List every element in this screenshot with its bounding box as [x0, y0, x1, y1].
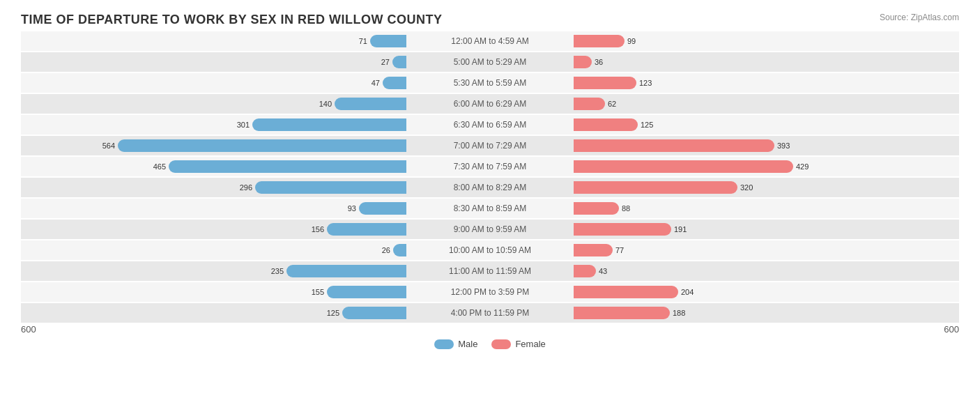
chart-row: 5643937:00 AM to 7:29 AM: [21, 136, 959, 155]
male-bar: [359, 202, 406, 215]
female-value: 429: [796, 160, 809, 173]
chart-row: 471235:30 AM to 5:59 AM: [21, 73, 959, 93]
male-value: 47: [372, 77, 380, 89]
source-label: Source: ZipAtlas.com: [880, 13, 959, 22]
male-value: 140: [319, 98, 332, 110]
female-value: 188: [673, 307, 685, 319]
female-bar: [574, 223, 671, 236]
male-value: 564: [102, 139, 115, 152]
chart-row: 2354311:00 AM to 11:59 AM: [21, 261, 959, 281]
male-value: 125: [327, 307, 339, 319]
male-bar: [335, 98, 406, 110]
time-label: 5:00 AM to 5:29 AM: [454, 57, 527, 67]
male-value: 296: [240, 181, 252, 194]
time-label: 4:00 PM to 11:59 PM: [451, 308, 530, 318]
female-bar: [574, 286, 678, 298]
female-bar: [574, 139, 774, 152]
time-label: 8:30 AM to 8:59 AM: [454, 204, 527, 213]
chart-row: 4654297:30 AM to 7:59 AM: [21, 157, 959, 176]
male-bar: [393, 244, 406, 256]
axis-labels: 600 600: [21, 324, 959, 335]
time-label: 9:00 AM to 9:59 AM: [454, 224, 527, 234]
chart-row: 27365:00 AM to 5:29 AM: [21, 52, 959, 72]
female-bar: [574, 181, 737, 194]
female-value: 43: [599, 265, 607, 277]
female-bar: [574, 244, 613, 256]
time-label: 6:30 AM to 6:59 AM: [454, 120, 527, 130]
male-value: 301: [237, 118, 250, 131]
legend-female-box: [491, 339, 511, 349]
legend-female-label: Female: [515, 339, 545, 349]
female-value: 123: [639, 77, 652, 89]
chart-row: 1251884:00 PM to 11:59 PM: [21, 303, 959, 323]
male-value: 71: [359, 35, 367, 47]
male-value: 156: [312, 223, 324, 236]
female-bar: [574, 202, 619, 215]
female-value: 204: [681, 286, 694, 298]
time-label: 7:00 AM to 7:29 AM: [454, 141, 527, 151]
chart-title: TIME OF DEPARTURE TO WORK BY SEX IN RED …: [21, 13, 959, 27]
chart-row: 719912:00 AM to 4:59 AM: [21, 31, 959, 51]
time-label: 5:30 AM to 5:59 AM: [454, 78, 527, 88]
chart-row: 267710:00 AM to 10:59 AM: [21, 240, 959, 260]
chart-row: 1561919:00 AM to 9:59 AM: [21, 220, 959, 239]
chart-row: 3011256:30 AM to 6:59 AM: [21, 115, 959, 135]
axis-right-label: 600: [944, 324, 959, 335]
legend-male-box: [434, 339, 454, 349]
chart-row: 93888:30 AM to 8:59 AM: [21, 199, 959, 218]
female-bar: [574, 160, 793, 173]
time-label: 6:00 AM to 6:29 AM: [454, 99, 527, 109]
male-value: 235: [271, 265, 284, 277]
male-bar: [383, 77, 406, 89]
female-value: 99: [627, 35, 636, 47]
chart-row: 2963208:00 AM to 8:29 AM: [21, 178, 959, 197]
female-value: 36: [595, 56, 603, 68]
axis-left-label: 600: [21, 324, 36, 335]
legend-female: Female: [491, 339, 545, 349]
female-value: 88: [622, 202, 630, 215]
chart-container: TIME OF DEPARTURE TO WORK BY SEX IN RED …: [0, 0, 980, 414]
male-bar: [370, 35, 406, 47]
male-value: 155: [312, 286, 324, 298]
time-label: 8:00 AM to 8:29 AM: [454, 183, 527, 192]
female-bar: [574, 56, 592, 68]
chart-row: 140626:00 AM to 6:29 AM: [21, 94, 959, 114]
time-label: 12:00 AM to 4:59 AM: [451, 36, 528, 46]
female-bar: [574, 35, 625, 47]
female-bar: [574, 307, 670, 319]
legend-male: Male: [434, 339, 477, 349]
male-bar: [327, 223, 406, 236]
male-bar: [327, 286, 406, 298]
female-value: 320: [740, 181, 753, 194]
female-bar: [574, 98, 605, 110]
female-value: 393: [777, 139, 790, 152]
female-value: 77: [615, 244, 624, 256]
female-value: 125: [641, 118, 653, 131]
male-bar: [255, 181, 406, 194]
male-value: 465: [153, 160, 166, 173]
male-bar: [342, 307, 406, 319]
legend: Male Female: [21, 339, 959, 349]
time-label: 7:30 AM to 7:59 AM: [454, 162, 527, 171]
chart-area: 719912:00 AM to 4:59 AM27365:00 AM to 5:…: [21, 31, 959, 323]
male-value: 93: [348, 202, 356, 215]
male-bar: [169, 160, 406, 173]
female-bar: [574, 77, 636, 89]
male-value: 27: [381, 56, 390, 68]
female-bar: [574, 265, 596, 277]
male-value: 26: [382, 244, 390, 256]
time-label: 10:00 AM to 10:59 AM: [449, 245, 531, 255]
male-bar: [118, 139, 406, 152]
female-bar: [574, 118, 638, 131]
female-value: 62: [608, 98, 616, 110]
male-bar: [286, 265, 406, 277]
legend-male-label: Male: [458, 339, 477, 349]
time-label: 12:00 PM to 3:59 PM: [451, 287, 530, 297]
time-label: 11:00 AM to 11:59 AM: [449, 266, 531, 276]
male-bar: [392, 56, 406, 68]
chart-row: 15520412:00 PM to 3:59 PM: [21, 282, 959, 302]
female-value: 191: [674, 223, 687, 236]
male-bar: [252, 118, 406, 131]
